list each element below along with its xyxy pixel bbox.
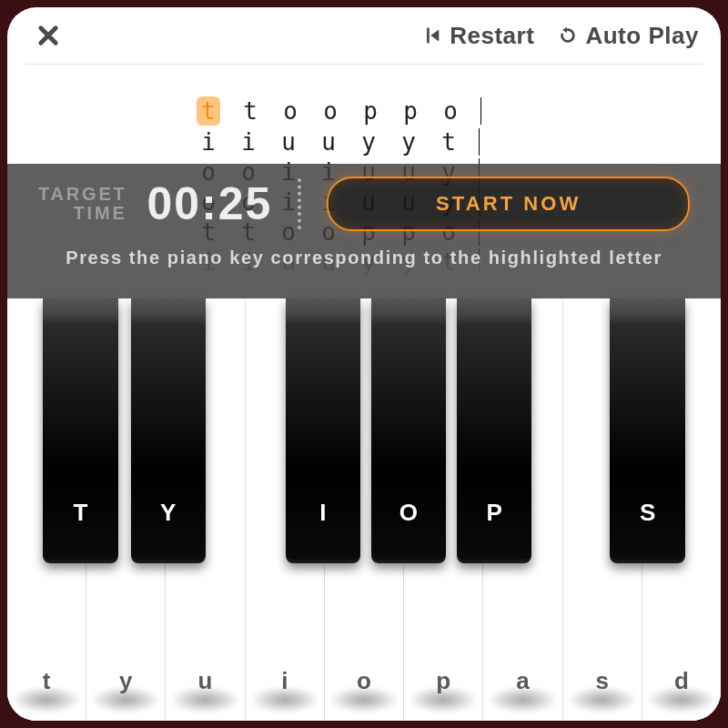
sequence-cell: o: [320, 97, 340, 125]
black-key-o[interactable]: O: [371, 298, 446, 563]
toolbar-divider: [25, 64, 703, 65]
overlay-hint: Press the piano key corresponding to the…: [38, 248, 690, 268]
sequence-cell: o: [440, 97, 460, 125]
sequence-cell: t: [240, 97, 260, 125]
piano: tyuiopasd TYIOPS: [7, 298, 721, 721]
sequence-cell: y: [399, 128, 419, 156]
black-key-y[interactable]: Y: [131, 298, 206, 563]
black-key-label: I: [319, 499, 326, 527]
sequence-cursor: [480, 97, 487, 125]
sequence-cell: o: [280, 97, 300, 125]
sequence-cell: y: [359, 128, 379, 156]
autoplay-label: Auto Play: [585, 22, 699, 50]
start-overlay: TARGET TIME 00:25 START NOW Press the pi…: [7, 164, 721, 298]
app-panel: Restart Auto Play ttooppoiiuuyytooiiuuyo…: [7, 7, 721, 721]
restart-button[interactable]: Restart: [422, 22, 534, 50]
start-button[interactable]: START NOW: [327, 177, 690, 231]
white-key-label: u: [198, 667, 213, 695]
black-key-s[interactable]: S: [610, 298, 684, 563]
black-key-i[interactable]: I: [286, 298, 360, 563]
white-key-label: d: [674, 667, 689, 695]
white-key-label: o: [357, 667, 371, 695]
autoplay-icon: [558, 25, 578, 46]
autoplay-button[interactable]: Auto Play: [558, 22, 699, 50]
toolbar-controls: Restart Auto Play: [422, 16, 699, 55]
restart-icon: [422, 25, 442, 46]
white-key-label: a: [516, 667, 529, 695]
overlay-row: TARGET TIME 00:25 START NOW: [38, 177, 690, 231]
black-key-label: T: [73, 499, 87, 527]
sequence-row: iiuuyyt: [198, 128, 487, 156]
white-key-label: s: [595, 667, 608, 695]
close-icon: [35, 23, 61, 48]
white-key-label: y: [119, 667, 132, 695]
target-time-value: 00:25: [147, 177, 273, 230]
dotted-divider: [298, 178, 301, 229]
white-key-label: p: [436, 667, 450, 695]
black-key-label: O: [399, 499, 418, 527]
black-key-p[interactable]: P: [457, 298, 531, 563]
black-key-t[interactable]: T: [43, 298, 117, 563]
black-key-label: P: [486, 499, 501, 527]
white-key-label: t: [43, 667, 51, 695]
sequence-cell: i: [238, 128, 258, 156]
sequence-cell: t: [439, 128, 459, 156]
sequence-highlight: t: [197, 96, 220, 126]
black-key-label: Y: [160, 499, 176, 527]
white-key-label: i: [281, 667, 288, 695]
sequence-cursor: [479, 128, 485, 156]
restart-label: Restart: [450, 22, 534, 50]
target-time-label: TARGET TIME: [38, 185, 127, 223]
start-button-label: START NOW: [436, 192, 581, 216]
close-button[interactable]: [29, 16, 67, 55]
sequence-row: ttooppo: [198, 96, 487, 126]
sequence-cell: p: [360, 97, 380, 125]
sequence-cell: u: [278, 128, 298, 156]
sequence-cell: u: [318, 128, 339, 156]
top-area: Restart Auto Play ttooppoiiuuyytooiiuuyo…: [7, 7, 721, 298]
black-key-label: S: [640, 499, 655, 527]
sequence-cell: i: [198, 128, 218, 156]
sequence-cell: p: [400, 97, 420, 125]
